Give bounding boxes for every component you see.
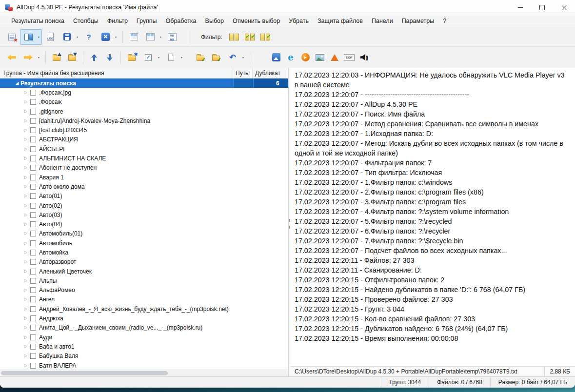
log-button[interactable]: LOG (43, 30, 58, 44)
row-checkbox[interactable] (30, 250, 36, 255)
tree-row[interactable]: Абонент не доступен (0, 163, 288, 173)
open-checked-folder-button[interactable]: ✓ (193, 50, 208, 65)
row-checkbox[interactable] (30, 325, 36, 331)
column-header-duplicate[interactable]: Дубликат (253, 68, 288, 78)
row-checkbox[interactable] (30, 118, 36, 124)
panels-icon-button[interactable] (21, 30, 36, 44)
collapsed-icon[interactable] (22, 110, 29, 114)
row-checkbox[interactable] (30, 156, 36, 161)
columns-layout-button[interactable] (126, 30, 141, 44)
collapsed-icon[interactable] (22, 232, 29, 235)
row-checkbox[interactable] (30, 221, 36, 227)
tree-row[interactable]: АльфаРомео (0, 286, 288, 295)
row-checkbox[interactable] (30, 193, 36, 199)
tree-row[interactable]: Автомойка (0, 248, 288, 257)
folder-options-button[interactable]: ✱ (124, 50, 139, 65)
media-player-app-button[interactable]: ▶ (299, 50, 312, 65)
minimize-button[interactable] (509, 0, 531, 15)
menu-item[interactable]: Убрать (284, 16, 313, 26)
tree-row[interactable]: Автомобиль (0, 238, 288, 248)
tree-row[interactable]: Авто(04) (0, 219, 288, 229)
panel-splitter[interactable] (289, 68, 291, 376)
row-checkbox[interactable] (30, 259, 36, 265)
row-checkbox[interactable] (30, 287, 36, 293)
collapsed-icon[interactable] (22, 213, 29, 217)
selection-profile-button[interactable]: ✓ ▼ (140, 50, 162, 65)
row-checkbox[interactable] (30, 184, 36, 190)
tree-row[interactable]: Авто(02) (0, 201, 288, 210)
tree-row[interactable]: Авария 1 (0, 173, 288, 182)
collapsed-icon[interactable] (22, 137, 29, 141)
collapsed-icon[interactable] (22, 270, 29, 274)
maximize-button[interactable] (531, 0, 553, 15)
menu-item[interactable]: ? (438, 16, 451, 26)
menu-item[interactable]: Обработка (161, 16, 201, 26)
tree-row[interactable]: Аленький Цветочек (0, 267, 288, 276)
collapsed-icon[interactable] (22, 119, 29, 123)
tree-row[interactable]: Альпы (0, 276, 288, 285)
row-checkbox[interactable] (30, 315, 36, 321)
internet-explorer-app-button[interactable]: e (284, 50, 297, 65)
row-checkbox[interactable] (30, 353, 36, 359)
collapsed-icon[interactable] (22, 345, 29, 349)
undo-button[interactable]: ↶ ▼ (224, 50, 246, 65)
save-dropdown-arrow[interactable]: ▼ (75, 30, 80, 44)
collapsed-icon[interactable] (22, 260, 29, 264)
close-dropdown-arrow[interactable]: ▼ (113, 30, 119, 44)
tree-row[interactable]: АЛЬПИНИСТ НА СКАЛЕ (0, 154, 288, 163)
collapsed-icon[interactable] (22, 91, 29, 95)
exif-viewer-button[interactable]: EXIF (343, 50, 356, 65)
row-checkbox[interactable] (30, 165, 36, 171)
row-checkbox[interactable] (30, 99, 36, 105)
filter-panes-button[interactable] (227, 30, 241, 44)
columns-options-button[interactable]: ▼ (142, 29, 164, 45)
tree-row[interactable]: Ангел (0, 295, 288, 304)
tree-row[interactable]: Авто(03) (0, 210, 288, 219)
row-checkbox[interactable] (30, 90, 36, 96)
filter-checked-button[interactable] (242, 30, 257, 44)
tree-row[interactable]: Авторазворот (0, 257, 288, 267)
save-button[interactable]: ▼ (59, 29, 80, 45)
row-checkbox[interactable] (30, 344, 36, 350)
close-results-x-button[interactable]: ▼ (97, 29, 119, 45)
collapsed-icon[interactable] (22, 279, 29, 283)
tree-row[interactable]: Анита_Цой_-_Дыханием_своим_(radio_ve..._… (0, 323, 288, 333)
collapsed-icon[interactable] (22, 307, 29, 311)
collapsed-icon[interactable] (22, 316, 29, 320)
photo-viewer-app-button[interactable] (314, 50, 326, 65)
menu-item[interactable]: Фильтр (103, 16, 132, 26)
row-checkbox[interactable] (30, 269, 36, 274)
selection-dropdown-arrow[interactable]: ▼ (156, 50, 161, 65)
tree-row[interactable]: Батя ВАЛЕРА (0, 361, 288, 370)
preview-dropdown-arrow[interactable]: ▼ (36, 30, 41, 44)
menu-item[interactable]: Панели (367, 16, 397, 26)
row-checkbox[interactable] (30, 212, 36, 218)
collapsed-icon[interactable] (22, 222, 29, 226)
file-dropdown-arrow[interactable]: ▼ (179, 50, 184, 65)
horizontal-scrollbar-thumb[interactable] (1, 371, 168, 375)
add-source-folder-button[interactable] (49, 50, 64, 65)
audio-player-button[interactable]: )) (357, 50, 370, 65)
row-checkbox[interactable] (30, 146, 36, 152)
collapsed-icon[interactable] (22, 364, 29, 368)
tree-row[interactable]: .Форсаж.jpg (0, 88, 288, 97)
row-checkbox[interactable] (30, 334, 36, 340)
tree-root-row[interactable]: Результаты поиска 6 (0, 78, 288, 88)
menu-item[interactable]: Параметры (397, 16, 439, 26)
collapsed-icon[interactable] (22, 241, 29, 245)
close-button[interactable] (553, 0, 575, 15)
collapsed-icon[interactable] (22, 354, 29, 358)
units-kb-mb-button[interactable]: KBMB (165, 30, 179, 44)
tree-row[interactable]: Баба и авто1 (0, 342, 288, 351)
collapsed-icon[interactable] (22, 204, 29, 208)
row-checkbox[interactable] (30, 203, 36, 209)
tree-row[interactable]: Бабушка Валя (0, 352, 288, 361)
collapsed-icon[interactable] (22, 128, 29, 132)
file-actions-button[interactable]: ▼ (163, 50, 185, 65)
collapsed-icon[interactable] (22, 326, 29, 330)
row-checkbox[interactable] (30, 363, 36, 369)
expand-icon[interactable] (14, 81, 20, 85)
collapsed-icon[interactable] (22, 157, 29, 160)
collapsed-icon[interactable] (22, 100, 29, 104)
select-checked-folder-button[interactable]: ✓ (209, 50, 223, 65)
